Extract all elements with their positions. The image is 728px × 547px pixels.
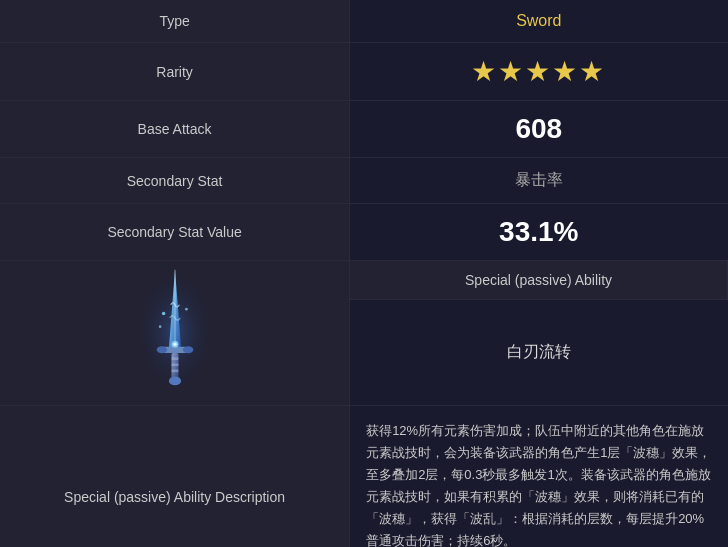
secondary-stat-value-label: Secondary Stat Value xyxy=(0,204,350,261)
svg-point-15 xyxy=(185,308,188,311)
rarity-value: ★★★★★ xyxy=(350,43,728,101)
svg-rect-7 xyxy=(171,357,178,360)
description-row: Special (passive) Ability Description 获得… xyxy=(0,406,728,548)
svg-rect-8 xyxy=(171,363,178,366)
secondary-stat-label: Secondary Stat xyxy=(0,158,350,204)
svg-point-12 xyxy=(173,342,177,346)
description-value: 获得12%所有元素伤害加成；队伍中附近的其他角色在施放元素战技时，会为装备该武器… xyxy=(350,406,728,548)
type-row: Type Sword xyxy=(0,0,728,43)
special-ability-row: Special (passive) Ability xyxy=(0,261,728,300)
rarity-label: Rarity xyxy=(0,43,350,101)
special-ability-label: Special (passive) Ability xyxy=(350,261,728,300)
secondary-stat-value-row: Secondary Stat Value 33.1% xyxy=(0,204,728,261)
svg-rect-9 xyxy=(171,370,178,373)
base-attack-value: 608 xyxy=(350,101,728,158)
weapon-image xyxy=(120,261,230,401)
svg-point-4 xyxy=(156,346,167,353)
type-label: Type xyxy=(0,0,350,43)
secondary-stat-row: Secondary Stat 暴击率 xyxy=(0,158,728,204)
svg-point-10 xyxy=(168,377,180,386)
special-ability-name-value: 白刃流转 xyxy=(350,300,728,406)
weapon-image-cell xyxy=(0,261,350,406)
svg-point-13 xyxy=(161,312,165,316)
type-value: Sword xyxy=(350,0,728,43)
description-label: Special (passive) Ability Description xyxy=(0,406,350,548)
secondary-stat-value: 暴击率 xyxy=(350,158,728,204)
base-attack-label: Base Attack xyxy=(0,101,350,158)
main-container: Type Sword Rarity ★★★★★ Base Attack 608 … xyxy=(0,0,728,547)
secondary-stat-value-val: 33.1% xyxy=(350,204,728,261)
svg-point-14 xyxy=(158,325,161,328)
base-attack-row: Base Attack 608 xyxy=(0,101,728,158)
description-text: 获得12%所有元素伤害加成；队伍中附近的其他角色在施放元素战技时，会为装备该武器… xyxy=(366,420,711,547)
rarity-row: Rarity ★★★★★ xyxy=(0,43,728,101)
stats-table: Type Sword Rarity ★★★★★ Base Attack 608 … xyxy=(0,0,728,547)
svg-point-5 xyxy=(182,346,193,353)
